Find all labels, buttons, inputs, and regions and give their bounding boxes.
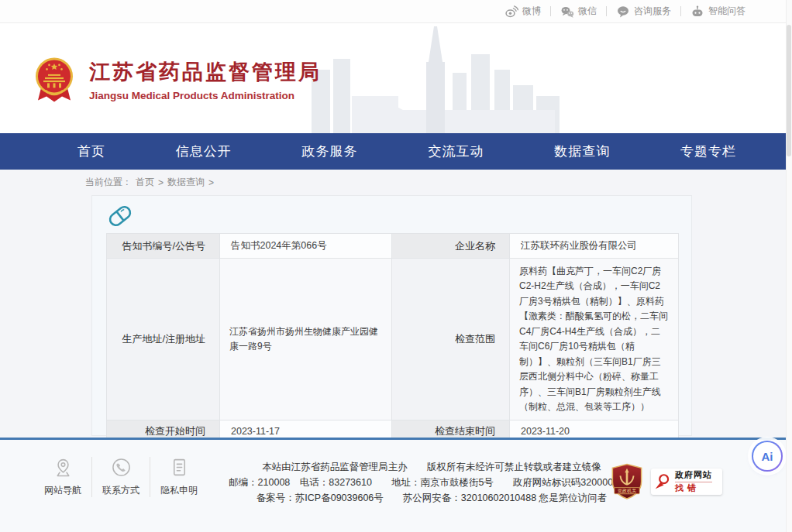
field-label-company-name: 企业名称 (392, 234, 510, 259)
contact-link[interactable]: 联系方式 (91, 457, 150, 497)
privacy-label: 隐私申明 (160, 484, 198, 497)
breadcrumb-prefix: 当前位置： (85, 176, 132, 189)
contact-label: 联系方式 (102, 484, 139, 497)
ai-assistant-button[interactable]: Ai (752, 441, 783, 472)
weibo-icon (504, 5, 518, 19)
site-error-badge-text: 政府网站 找错 (675, 471, 712, 493)
wechat-link[interactable]: 微信 (560, 5, 597, 19)
footer-quick-links: 网站导航 联系方式 隐私申明 (34, 457, 208, 497)
wechat-icon (560, 5, 574, 19)
table-row: 告知书编号/公告号 告知书2024年第066号 企业名称 江苏联环药业股份有限公… (107, 234, 679, 259)
breadcrumb-separator: > (158, 177, 164, 188)
smart-qa-link[interactable]: 智能问答 (690, 5, 746, 19)
field-value-inspection-scope: 原料药【曲克芦丁，一车间C2厂房C2-H2生产线（合成），一车间C2厂房3号精烘… (510, 259, 679, 420)
site-error-report-badge[interactable]: 政府网站 找错 (651, 469, 722, 495)
capsule-icon (108, 204, 677, 228)
breadcrumb: 当前位置： 首页 > 数据查询 > (0, 170, 792, 195)
inspection-record-panel: 告知书编号/公告号 告知书2024年第066号 企业名称 江苏联环药业股份有限公… (91, 195, 692, 436)
footer: 网站导航 联系方式 隐私申明 本站由江苏省药品监督管理局主办 版权所有未经许可禁… (0, 438, 792, 532)
wechat-label: 微信 (578, 5, 597, 18)
contact-phone-icon (111, 457, 132, 478)
field-value-notice-number: 告知书2024年第066号 (220, 234, 392, 259)
footer-contact-line: 邮编：210008 电话：83273610 地址：南京市鼓楼街5号 政府网站标识… (229, 475, 635, 490)
site-header: 江苏省药品监督管理局 Jiangsu Medical Products Admi… (0, 23, 792, 133)
topbar-divider (606, 6, 607, 16)
city-skyline-decoration (301, 25, 576, 133)
site-subtitle: Jiangsu Medical Products Administration (89, 90, 322, 101)
breadcrumb-link-data-query[interactable]: 数据查询 (167, 176, 205, 189)
site-map-link[interactable]: 网站导航 (34, 457, 91, 497)
smart-qa-label: 智能问答 (708, 5, 746, 18)
footer-host-line: 本站由江苏省药品监督管理局主办 版权所有未经许可禁止转载或者建立镜像 (229, 459, 635, 475)
site-error-badge-top-label: 政府网站 (675, 471, 712, 482)
consult-label: 咨询服务 (634, 5, 671, 18)
scrollbar-thumb[interactable] (787, 25, 791, 156)
nav-item-interaction[interactable]: 交流互动 (428, 142, 484, 160)
field-label-inspection-scope: 检查范围 (392, 259, 510, 420)
topbar-divider (680, 6, 681, 16)
content-area: 告知书编号/公告号 告知书2024年第066号 企业名称 江苏联环药业股份有限公… (0, 195, 792, 438)
scrollbar-track[interactable] (786, 0, 792, 532)
consult-service-link[interactable]: 咨询服务 (616, 5, 671, 19)
field-value-company-name: 江苏联环药业股份有限公司 (510, 234, 679, 259)
table-row: 生产地址/注册地址 江苏省扬州市扬州生物健康产业园健康一路9号 检查范围 原料药… (107, 259, 679, 420)
field-label-address: 生产地址/注册地址 (107, 259, 220, 420)
magnifier-icon (653, 472, 672, 491)
nav-item-info-disclosure[interactable]: 信息公开 (176, 142, 232, 160)
weibo-link[interactable]: 微博 (504, 5, 541, 19)
qa-robot-icon (690, 5, 704, 19)
nav-item-home[interactable]: 首页 (77, 142, 105, 160)
brand[interactable]: 江苏省药品监督管理局 Jiangsu Medical Products Admi… (35, 57, 322, 103)
party-gov-shield-badge[interactable]: 党政机关 (611, 463, 643, 500)
footer-info: 本站由江苏省药品监督管理局主办 版权所有未经许可禁止转载或者建立镜像 邮编：21… (229, 459, 635, 506)
breadcrumb-separator: > (208, 177, 214, 188)
topbar: 微博 微信 咨询服务 (0, 0, 792, 23)
footer-badges: 党政机关 政府网站 找错 (611, 463, 722, 500)
site-nav-icon (53, 457, 74, 478)
privacy-link[interactable]: 隐私申明 (150, 457, 208, 497)
site-error-badge-bottom-label: 找错 (675, 482, 712, 493)
party-gov-badge-label: 党政机关 (618, 488, 637, 494)
privacy-doc-icon (169, 457, 190, 478)
brand-text: 江苏省药品监督管理局 Jiangsu Medical Products Admi… (89, 58, 322, 101)
footer-beian-line: 备案号：苏ICP备09039606号 苏公网安备：32010602010488 … (229, 490, 635, 506)
nav-item-special-topics[interactable]: 专题专栏 (680, 142, 736, 160)
nav-item-data-query[interactable]: 数据查询 (554, 142, 610, 160)
national-emblem-logo (35, 57, 74, 103)
topbar-divider (550, 6, 551, 16)
consult-icon (616, 5, 630, 19)
nav-item-gov-services[interactable]: 政务服务 (302, 142, 358, 160)
site-map-label: 网站导航 (44, 484, 81, 497)
main-nav: 首页 信息公开 政务服务 交流互动 数据查询 专题专栏 (0, 133, 792, 170)
field-label-notice-number: 告知书编号/公告号 (107, 234, 220, 259)
ai-assistant-label: Ai (753, 442, 781, 470)
site-title: 江苏省药品监督管理局 (89, 58, 322, 86)
breadcrumb-link-home[interactable]: 首页 (136, 176, 154, 189)
weibo-label: 微博 (522, 5, 541, 18)
field-value-address: 江苏省扬州市扬州生物健康产业园健康一路9号 (220, 259, 392, 420)
page: 微博 微信 咨询服务 (0, 0, 792, 532)
